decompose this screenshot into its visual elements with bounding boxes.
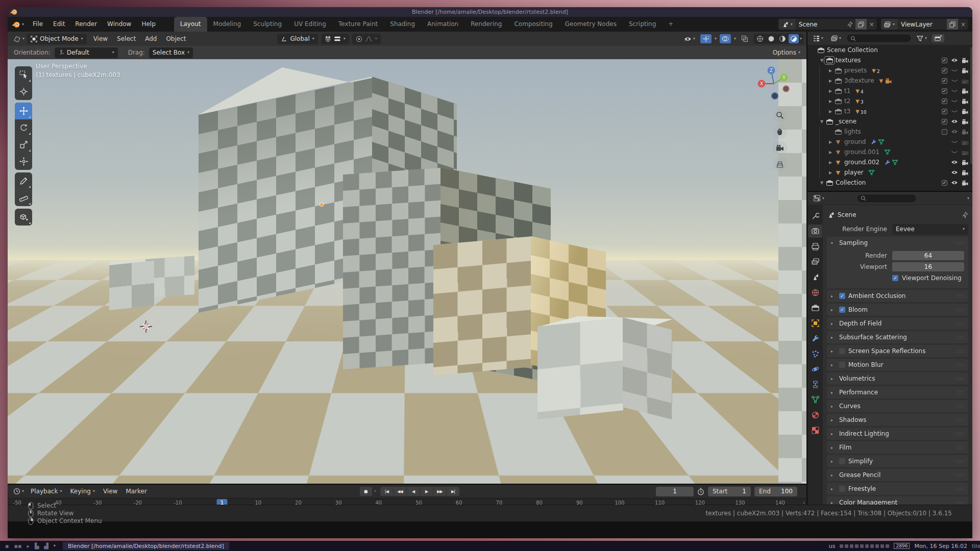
render-camera-icon[interactable] <box>962 68 968 73</box>
tray-icon[interactable] <box>880 544 884 548</box>
navigation-gizmo[interactable]: X Y Z <box>754 63 793 102</box>
panel-header[interactable]: ▸Grease Pencil:::: <box>827 469 968 481</box>
tray-icons[interactable] <box>840 544 889 548</box>
scene-icon[interactable]: ▾ <box>778 19 796 30</box>
jump-to-end-button[interactable]: ▶| <box>447 487 459 496</box>
panel-header[interactable]: ▸Shadows:::: <box>827 414 968 426</box>
play-button[interactable]: ▶ <box>420 487 433 496</box>
taskbar-icon[interactable]: ▙ <box>35 543 39 549</box>
panel-header[interactable]: ▸Depth of Field:::: <box>827 317 968 330</box>
timeline-editor-type-button[interactable]: ▾ <box>11 487 27 496</box>
outliner-row-3dtexture[interactable]: ▶3dtexture▼✓ <box>807 76 970 86</box>
workspace-tab-modeling[interactable]: Modeling <box>207 17 248 32</box>
outliner-row-ground-001[interactable]: ▶▼ground.001 <box>807 147 970 157</box>
gizmos-toggle[interactable] <box>700 34 712 43</box>
render-engine-dropdown[interactable]: Eevee ▾ <box>892 224 968 235</box>
eye-closed-icon[interactable] <box>951 139 958 144</box>
new-scene-button[interactable] <box>855 19 867 30</box>
taskbar-clock[interactable]: Mon, 16 Sep 16:02 <box>914 543 967 549</box>
panel-header[interactable]: ▸Performance:::: <box>827 386 968 398</box>
outliner-row-lights[interactable]: lights <box>807 127 970 137</box>
workspace-tab-texture-paint[interactable]: Texture Paint <box>332 17 384 32</box>
panel-grip-icon[interactable]: :::: <box>956 293 964 298</box>
panel-grip-icon[interactable]: :::: <box>956 240 964 245</box>
frame-end-field[interactable]: End 100 <box>754 487 797 496</box>
expander-icon[interactable]: ▶ <box>827 89 834 93</box>
unlink-scene-button[interactable]: × <box>867 21 877 28</box>
annotate-tool-button[interactable] <box>15 172 32 189</box>
panel-header[interactable]: ▸Simplify:::: <box>827 455 968 467</box>
outliner-row-ground[interactable]: ▶▼ground <box>807 137 970 147</box>
shading-solid-button[interactable] <box>766 34 776 43</box>
object-visibility-dropdown[interactable]: ▾ <box>682 35 697 43</box>
workspace-tab-geometry-nodes[interactable]: Geometry Nodes <box>559 17 623 32</box>
shading-dropdown[interactable]: ▾ <box>800 37 802 41</box>
eye-closed-icon[interactable] <box>951 109 958 114</box>
taskbar-icon[interactable]: ▟ <box>44 543 48 549</box>
panel-checkbox[interactable] <box>839 348 845 354</box>
menu-edit[interactable]: Edit <box>48 20 70 28</box>
workspace-tab-rendering[interactable]: Rendering <box>464 17 508 32</box>
panel-header[interactable]: ▸Motion Blur:::: <box>827 359 968 371</box>
scene-selector[interactable]: ▾ Scene × <box>778 19 877 30</box>
panel-grip-icon[interactable]: :::: <box>956 486 964 491</box>
viewport-menu-view[interactable]: View <box>89 32 112 46</box>
panel-header[interactable]: ▸✓Ambient Occlusion:::: <box>827 290 968 302</box>
transform-tool-button[interactable] <box>15 153 32 170</box>
hide-viewport-eye-icon[interactable] <box>951 58 958 63</box>
viewport-menu-add[interactable]: Add <box>140 32 161 46</box>
jump-to-start-button[interactable]: |◀ <box>380 487 393 496</box>
exclude-checkbox[interactable] <box>942 129 947 135</box>
stopwatch-icon[interactable] <box>697 488 704 495</box>
keying-set-dropdown[interactable]: ▾ <box>374 489 376 493</box>
tray-icon[interactable] <box>855 544 859 548</box>
panel-grip-icon[interactable]: :::: <box>956 321 964 326</box>
exclude-checkbox[interactable]: ✓ <box>942 68 947 73</box>
cursor-tool-button[interactable] <box>15 83 32 100</box>
panel-checkbox[interactable]: ✓ <box>839 293 845 299</box>
collection-properties-tab[interactable] <box>808 301 822 314</box>
particles-properties-tab[interactable] <box>808 347 822 360</box>
material-properties-tab[interactable] <box>808 408 822 421</box>
snapping-selector[interactable]: ▾ <box>321 34 349 44</box>
move-tool-button[interactable] <box>15 103 32 119</box>
panel-checkbox[interactable] <box>839 362 845 368</box>
eye-closed-icon[interactable] <box>951 88 958 93</box>
workspace-tab-layout[interactable]: Layout <box>174 17 207 32</box>
xray-toggle[interactable] <box>739 34 750 43</box>
disable-render-camera-x-icon[interactable] <box>962 149 968 155</box>
eye-closed-icon[interactable] <box>951 78 958 83</box>
tweak-select-tool-button[interactable] <box>15 66 32 83</box>
viewlayer-selector[interactable]: ▾ ViewLayer × <box>881 19 968 30</box>
timeline-menu-marker[interactable]: Marker <box>121 485 151 498</box>
panel-grip-icon[interactable]: :::: <box>956 472 964 478</box>
exclude-checkbox[interactable]: ✓ <box>942 98 947 104</box>
panel-grip-icon[interactable]: :::: <box>956 431 964 436</box>
outliner-display-mode-button[interactable]: ▾ <box>828 34 844 42</box>
viewport-denoising-checkbox[interactable]: ✓ <box>892 275 898 281</box>
outliner-row-player[interactable]: ▶▼player <box>807 167 970 178</box>
outliner-row-ground-002[interactable]: ▶▼ground.002 <box>807 157 970 167</box>
camera-view-icon[interactable] <box>773 141 787 155</box>
panel-grip-icon[interactable]: :::: <box>956 376 964 381</box>
world-properties-tab[interactable] <box>808 286 822 299</box>
workspace-tab-animation[interactable]: Animation <box>421 17 464 32</box>
workspace-tab-scripting[interactable]: Scripting <box>623 17 662 32</box>
perspective-toggle-icon[interactable] <box>773 157 787 171</box>
outliner-row-presets[interactable]: ▶presets▼2✓ <box>807 65 970 76</box>
render-camera-icon[interactable] <box>962 88 968 94</box>
panel-header[interactable]: ▸Curves:::: <box>827 400 968 412</box>
blender-menu-button[interactable]: ▾ <box>8 17 28 32</box>
add-cube-tool-button[interactable] <box>15 209 32 226</box>
new-collection-button[interactable] <box>932 34 944 42</box>
timeline-menu-playback[interactable]: Playback▾ <box>27 485 66 498</box>
measure-tool-button[interactable] <box>15 189 32 206</box>
eye-closed-icon[interactable] <box>951 68 958 73</box>
panel-header[interactable]: ▸Subsurface Scattering:::: <box>827 331 968 343</box>
tray-icon[interactable] <box>845 544 848 548</box>
panel-grip-icon[interactable]: :::: <box>956 390 964 395</box>
tray-icon[interactable] <box>865 544 869 548</box>
taskbar-icon[interactable]: ▾ <box>54 544 56 548</box>
outliner-search-field[interactable] <box>846 34 912 43</box>
auto-keyframe-record-button[interactable]: ● <box>360 487 372 496</box>
